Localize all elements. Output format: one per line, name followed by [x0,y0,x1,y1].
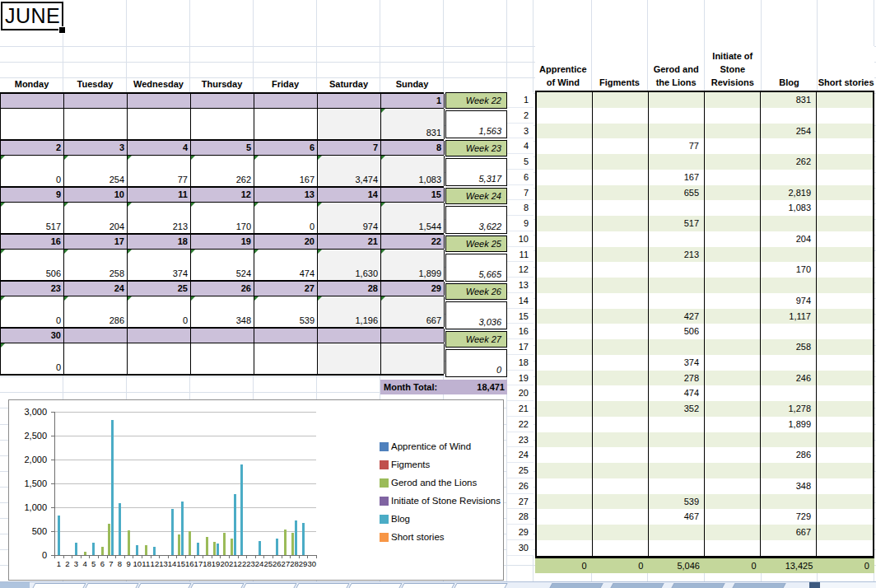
table-cell[interactable] [649,525,705,540]
table-cell[interactable] [817,216,873,231]
table-day-index[interactable]: 22 [507,417,534,432]
calendar-day-number-cell[interactable]: 22 [381,235,445,249]
calendar-day-number-cell[interactable]: 30 [1,329,64,343]
project-column-header[interactable]: Short stories [818,46,874,91]
calendar-value-cell[interactable]: 539 [254,296,318,327]
daily-word-count-chart[interactable]: 05001,0001,5002,0002,5003,00012345678910… [8,399,504,581]
sheet-tab[interactable] [136,583,191,588]
table-cell[interactable] [705,509,761,525]
calendar-day-number-cell[interactable] [128,94,191,108]
table-day-index[interactable]: 7 [507,185,534,201]
table-cell[interactable] [537,432,593,448]
calendar-day-number-cell[interactable]: 10 [64,188,128,202]
table-cell[interactable]: 427 [649,309,705,324]
table-cell[interactable] [761,355,817,371]
table-day-index[interactable]: 13 [507,278,534,293]
table-cell[interactable] [537,494,593,510]
table-day-index[interactable]: 2 [507,108,534,124]
calendar-value-cell[interactable] [191,343,254,374]
calendar-value-cell[interactable] [381,343,445,374]
table-cell[interactable] [761,540,817,556]
table-cell[interactable] [593,216,649,231]
selection-fill-handle[interactable] [58,26,66,34]
project-column-header[interactable]: Initiate of Stone Revisions [705,46,762,91]
table-cell[interactable] [817,432,873,448]
calendar-value-cell[interactable] [318,109,381,139]
table-cell[interactable] [817,278,873,293]
table-cell[interactable] [817,108,873,124]
table-day-index[interactable]: 4 [507,138,534,154]
table-cell[interactable] [537,509,593,525]
calendar-value-cell[interactable]: 167 [254,156,318,186]
table-cell[interactable]: 2,819 [761,185,817,201]
table-cell[interactable] [593,355,649,371]
table-cell[interactable] [537,371,593,386]
table-cell[interactable] [537,170,593,185]
calendar-day-number-cell[interactable] [318,329,381,343]
calendar-day-number-cell[interactable]: 2 [1,141,64,155]
table-cell[interactable]: 262 [761,154,817,170]
table-cell[interactable] [817,463,873,478]
sheet-tab[interactable] [241,583,296,588]
table-cell[interactable] [593,494,649,510]
table-cell[interactable] [649,339,705,355]
table-day-index[interactable]: 26 [507,478,534,494]
table-cell[interactable] [649,293,705,309]
calendar-value-cell[interactable]: 1,196 [318,296,381,327]
calendar-day-number-cell[interactable]: 29 [381,282,445,296]
table-cell[interactable] [705,247,761,263]
table-day-index[interactable]: 8 [507,200,534,216]
table-cell[interactable] [705,447,761,463]
table-cell[interactable] [537,401,593,417]
sheet-tab[interactable] [730,583,785,588]
table-cell[interactable] [705,525,761,540]
week-total-cell[interactable]: 3,036 [445,301,507,329]
calendar-value-cell[interactable]: 517 [1,203,64,233]
sheet-tab[interactable] [294,583,349,588]
calendar-value-cell[interactable]: 77 [128,156,191,186]
table-cell[interactable] [649,154,705,170]
calendar-value-cell[interactable]: 348 [191,296,254,327]
table-cell[interactable] [537,278,593,293]
table-cell[interactable] [593,262,649,278]
table-cell[interactable] [705,278,761,293]
sheet-tab[interactable] [347,583,402,588]
table-cell[interactable] [705,339,761,355]
table-cell[interactable] [705,417,761,432]
table-cell[interactable]: 278 [649,371,705,386]
table-cell[interactable]: 352 [649,401,705,417]
table-cell[interactable]: 1,278 [761,401,817,417]
table-cell[interactable] [761,432,817,448]
calendar-day-number-cell[interactable] [191,329,254,343]
calendar-day-number-cell[interactable]: 14 [318,188,381,202]
calendar-value-cell[interactable] [128,109,191,139]
calendar-value-cell[interactable] [1,109,64,139]
table-day-index[interactable]: 6 [507,170,534,185]
calendar-value-cell[interactable]: 1,899 [381,250,445,280]
table-cell[interactable] [537,355,593,371]
table-day-index[interactable]: 20 [507,385,534,401]
table-day-index[interactable]: 17 [507,339,534,355]
table-cell[interactable] [817,309,873,324]
table-cell[interactable] [537,525,593,540]
table-cell[interactable] [649,92,705,108]
table-cell[interactable] [593,385,649,401]
table-cell[interactable]: 254 [761,124,817,139]
table-cell[interactable]: 246 [761,371,817,386]
calendar-day-number-cell[interactable] [318,94,381,108]
table-cell[interactable]: 170 [761,262,817,278]
calendar-day-number-cell[interactable]: 19 [191,235,254,249]
calendar-value-cell[interactable]: 0 [1,296,64,327]
table-cell[interactable] [705,293,761,309]
project-column-header[interactable]: Blog [762,46,818,91]
table-cell[interactable]: 348 [761,478,817,494]
table-cell[interactable]: 506 [649,324,705,339]
table-cell[interactable]: 974 [761,293,817,309]
table-cell[interactable] [649,231,705,247]
table-cell[interactable]: 474 [649,385,705,401]
calendar-day-number-cell[interactable]: 6 [254,141,318,155]
table-cell[interactable]: 167 [649,170,705,185]
week-label-cell[interactable]: Week 27 [445,331,507,348]
table-cell[interactable] [649,278,705,293]
table-day-index[interactable]: 5 [507,154,534,170]
